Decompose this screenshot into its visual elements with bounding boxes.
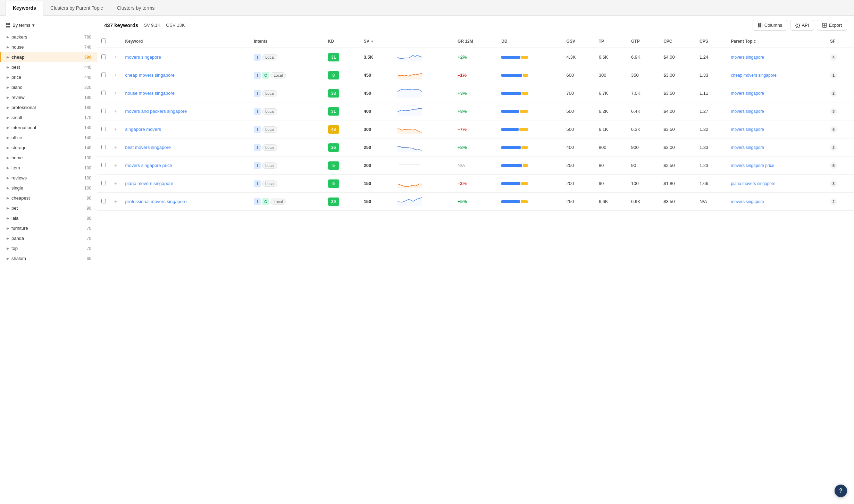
tab-clusters-parent[interactable]: Clusters by Parent Topic [43,0,110,16]
th-kd[interactable]: KD [324,35,360,48]
th-gtp[interactable]: GTP [627,35,659,48]
parent-topic-cell: movers singapore [727,48,826,66]
parent-topic-link[interactable]: movers singapore [731,91,764,96]
parent-topic-link[interactable]: movers singapore [731,109,764,114]
sf-badge: 2 [830,144,837,151]
sidebar-item-house[interactable]: ▶ house 740 [0,42,97,52]
row-checkbox[interactable] [101,181,106,185]
columns-button[interactable]: Columns [753,20,787,31]
keyword-link[interactable]: piano movers singapore [125,181,174,186]
keyword-link[interactable]: professional movers singapore [125,199,187,204]
sidebar-item-piano[interactable]: ▶ piano 220 [0,82,97,92]
sidebar-item-item[interactable]: ▶ item 100 [0,163,97,173]
add-cell[interactable]: + [110,84,121,102]
sidebar-item-home[interactable]: ▶ home 130 [0,153,97,163]
add-cell[interactable]: + [110,138,121,157]
row-checkbox[interactable] [101,54,106,59]
row-checkbox-cell[interactable] [97,84,110,102]
export-button[interactable]: Export [817,20,847,31]
keyword-link[interactable]: house movers singapore [125,91,175,96]
keyword-link[interactable]: movers singapore price [125,163,172,168]
row-checkbox[interactable] [101,145,106,149]
th-gr12m[interactable]: GR 12M [453,35,497,48]
row-checkbox-cell[interactable] [97,48,110,66]
row-checkbox[interactable] [101,91,106,95]
row-checkbox[interactable] [101,109,106,113]
help-button[interactable]: ? [835,485,847,497]
keyword-link[interactable]: best movers singapore [125,145,171,150]
add-cell[interactable]: + [110,120,121,138]
select-all-checkbox[interactable] [101,39,106,43]
table-wrapper[interactable]: Keyword Intents KD SV ▼ GR 12M DD GSV TP… [97,35,854,502]
th-tp[interactable]: TP [595,35,627,48]
th-intents[interactable]: Intents [250,35,324,48]
sf-cell: 6 [826,120,854,138]
add-cell[interactable]: + [110,175,121,193]
sidebar-item-panda[interactable]: ▶ panda 70 [0,233,97,243]
tab-clusters-terms[interactable]: Clusters by terms [110,0,161,16]
sidebar-item-review[interactable]: ▶ review 190 [0,92,97,102]
sf-cell: 3 [826,175,854,193]
parent-topic-link[interactable]: movers singapore price [731,163,775,168]
th-keyword[interactable]: Keyword [121,35,250,48]
row-checkbox-cell[interactable] [97,157,110,175]
sidebar-item-shalom[interactable]: ▶ shalom 60 [0,253,97,263]
parent-topic-link[interactable]: movers singapore [731,145,764,150]
sidebar-item-lala[interactable]: ▶ lala 80 [0,213,97,223]
row-checkbox-cell[interactable] [97,193,110,211]
table-row: + singapore movers ILocal 48 300 –7% 500… [97,120,854,138]
parent-topic-link[interactable]: cheap movers singapore [731,73,777,78]
sidebar-item-small[interactable]: ▶ small 170 [0,112,97,123]
row-checkbox-cell[interactable] [97,66,110,84]
gtp-cell: 7.0K [627,84,659,102]
row-checkbox-cell[interactable] [97,102,110,120]
keyword-link[interactable]: movers and packers singapore [125,109,187,114]
sidebar-item-label: price [11,75,21,80]
keyword-link[interactable]: cheap movers singapore [125,73,175,78]
row-checkbox[interactable] [101,199,106,203]
sv-cell: 300 [360,120,394,138]
parent-topic-link[interactable]: movers singapore [731,55,764,60]
sidebar-item-office[interactable]: ▶ office 140 [0,133,97,143]
parent-topic-link[interactable]: piano movers singapore [731,181,776,186]
add-cell[interactable]: + [110,157,121,175]
sidebar-item-reviews[interactable]: ▶ reviews 100 [0,173,97,183]
sidebar-item-professional[interactable]: ▶ professional 180 [0,102,97,112]
row-checkbox[interactable] [101,73,106,77]
sidebar-item-cheap[interactable]: ▶ cheap 590 [0,52,97,62]
row-checkbox[interactable] [101,127,106,131]
api-button[interactable]: {;} API [790,20,814,31]
th-dd[interactable]: DD [497,35,562,48]
sidebar-item-pet[interactable]: ▶ pet 90 [0,203,97,213]
row-checkbox[interactable] [101,163,106,167]
chevron-down-icon: ▾ [32,23,35,28]
keyword-link[interactable]: singapore movers [125,127,161,132]
sidebar-item-single[interactable]: ▶ single 100 [0,183,97,193]
by-terms-button[interactable]: By terms ▾ [6,23,35,28]
sidebar-item-price[interactable]: ▶ price 440 [0,72,97,82]
add-cell[interactable]: + [110,102,121,120]
th-sv[interactable]: SV ▼ [360,35,394,48]
row-checkbox-cell[interactable] [97,138,110,157]
add-cell[interactable]: + [110,66,121,84]
sidebar-item-packers[interactable]: ▶ packers 780 [0,32,97,42]
sidebar-item-best[interactable]: ▶ best 440 [0,62,97,72]
add-cell[interactable]: + [110,193,121,211]
sidebar-item-storage[interactable]: ▶ storage 140 [0,143,97,153]
parent-topic-link[interactable]: movers singapore [731,199,764,204]
tab-keywords[interactable]: Keywords [6,1,43,16]
th-sf[interactable]: SF [826,35,854,48]
sidebar-item-international[interactable]: ▶ international 140 [0,123,97,133]
row-checkbox-cell[interactable] [97,175,110,193]
sidebar-item-top[interactable]: ▶ top 70 [0,243,97,253]
add-cell[interactable]: + [110,48,121,66]
th-gsv[interactable]: GSV [562,35,595,48]
keyword-link[interactable]: movers singapore [125,54,161,60]
th-cpc[interactable]: CPC [659,35,695,48]
sidebar-item-cheapest[interactable]: ▶ cheapest 90 [0,193,97,203]
th-parent-topic[interactable]: Parent Topic [727,35,826,48]
th-cps[interactable]: CPS [695,35,727,48]
sidebar-item-furniture[interactable]: ▶ furniture 70 [0,223,97,233]
row-checkbox-cell[interactable] [97,120,110,138]
parent-topic-link[interactable]: movers singapore [731,127,764,132]
